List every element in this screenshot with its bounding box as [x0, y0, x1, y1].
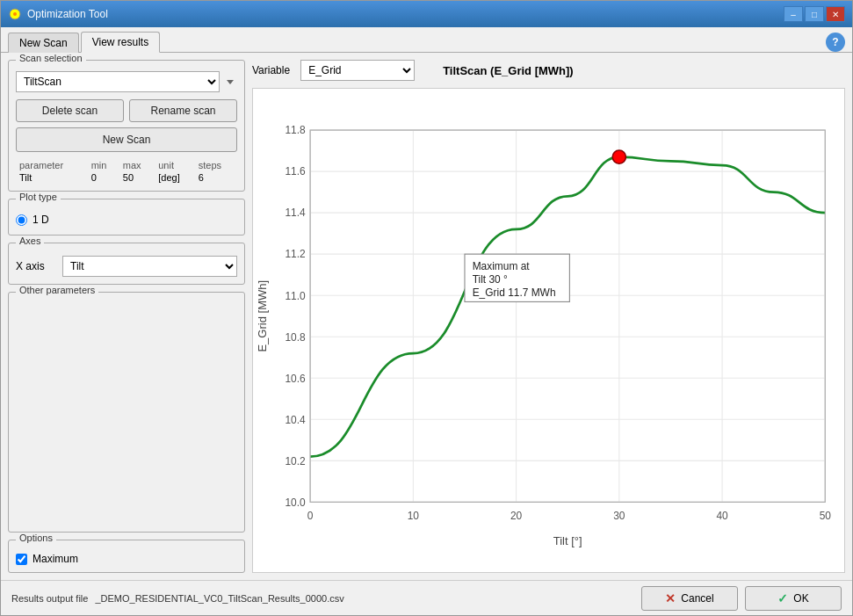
- maximum-label: Maximum: [33, 553, 78, 565]
- maximum-row: Maximum: [16, 553, 237, 565]
- svg-text:11.0: 11.0: [285, 290, 306, 302]
- svg-text:50: 50: [820, 510, 832, 522]
- svg-marker-2: [227, 80, 234, 84]
- cell-parameter: Tilt: [16, 171, 88, 184]
- x-axis-label: X axis: [16, 260, 55, 272]
- svg-text:40: 40: [716, 510, 728, 522]
- col-header-min: min: [88, 159, 119, 171]
- svg-text:E_Grid [MWh]: E_Grid [MWh]: [256, 280, 269, 352]
- svg-text:11.4: 11.4: [285, 207, 306, 219]
- svg-text:20: 20: [510, 510, 523, 522]
- chart-header: Variable E_Grid TiltScan (E_Grid [MWh]): [252, 60, 845, 81]
- col-header-parameter: parameter: [16, 159, 88, 171]
- svg-text:Tilt [°]: Tilt [°]: [553, 534, 582, 547]
- output-file-path: _DEMO_RESIDENTIAL_VC0_TiltScan_Results_0…: [95, 593, 343, 604]
- window-controls: – □ ✕: [784, 6, 845, 22]
- svg-text:11.8: 11.8: [285, 124, 306, 136]
- variable-dropdown[interactable]: E_Grid: [300, 60, 415, 81]
- svg-point-1: [13, 12, 17, 16]
- right-panel: Variable E_Grid TiltScan (E_Grid [MWh]) …: [252, 60, 845, 573]
- plot-type-group: Plot type 1 D: [8, 199, 245, 236]
- maximum-checkbox[interactable]: [16, 554, 27, 565]
- close-button[interactable]: ✕: [826, 6, 845, 22]
- variable-label: Variable: [252, 64, 290, 76]
- cancel-icon: ✕: [665, 591, 676, 605]
- main-window: Optimization Tool – □ ✕ New Scan View re…: [0, 0, 853, 616]
- chart-title: TiltScan (E_Grid [MWh]): [443, 64, 574, 77]
- svg-text:10.2: 10.2: [285, 455, 306, 467]
- svg-text:Maximum at: Maximum at: [473, 260, 531, 272]
- tabs-bar: New Scan View results ?: [1, 27, 852, 53]
- plot-type-1d-row: 1 D: [16, 212, 237, 228]
- svg-rect-3: [310, 130, 825, 502]
- svg-text:Tilt 30 °: Tilt 30 °: [473, 273, 508, 286]
- dropdown-arrow-icon: [223, 75, 237, 89]
- axes-title: Axes: [16, 236, 44, 246]
- svg-text:10.0: 10.0: [285, 496, 306, 509]
- params-table: parameter min max unit steps Tilt050[deg…: [16, 159, 237, 184]
- plot-type-1d-radio[interactable]: [16, 214, 27, 226]
- col-header-unit: unit: [155, 159, 195, 171]
- col-header-steps: steps: [195, 159, 237, 171]
- plot-type-title: Plot type: [16, 192, 61, 202]
- rename-scan-button[interactable]: Rename scan: [129, 99, 237, 122]
- col-header-max: max: [119, 159, 155, 171]
- svg-text:30: 30: [613, 510, 625, 522]
- tab-new-scan[interactable]: New Scan: [8, 33, 79, 53]
- app-icon: [8, 7, 22, 21]
- main-content: Scan selection TiltScan Delete scan Rena…: [1, 53, 852, 580]
- window-title: Optimization Tool: [27, 8, 108, 20]
- x-axis-dropdown[interactable]: Tilt: [62, 256, 237, 277]
- svg-text:0: 0: [307, 510, 314, 522]
- bottom-buttons: ✕ Cancel ✓ OK: [641, 586, 842, 611]
- other-params-group: Other parameters: [8, 292, 245, 533]
- svg-text:10: 10: [408, 510, 420, 522]
- bottom-bar: Results output file _DEMO_RESIDENTIAL_VC…: [1, 580, 852, 615]
- minimize-button[interactable]: –: [784, 6, 803, 22]
- axes-group: Axes X axis Tilt: [8, 243, 245, 285]
- svg-text:10.8: 10.8: [285, 331, 306, 344]
- scan-select-row: TiltScan: [16, 71, 237, 92]
- left-panel: Scan selection TiltScan Delete scan Rena…: [8, 60, 245, 573]
- new-scan-button[interactable]: New Scan: [16, 127, 237, 152]
- chart-svg: 10.010.210.410.610.811.011.211.411.611.8…: [253, 89, 844, 572]
- svg-text:11.6: 11.6: [285, 165, 306, 178]
- output-label: Results output file: [11, 593, 88, 604]
- svg-text:10.4: 10.4: [285, 414, 306, 426]
- title-bar: Optimization Tool – □ ✕: [1, 1, 852, 27]
- svg-text:10.6: 10.6: [285, 373, 306, 385]
- other-params-title: Other parameters: [16, 285, 98, 295]
- cell-max: 50: [119, 171, 155, 184]
- cell-steps: 6: [195, 171, 237, 184]
- ok-button[interactable]: ✓ OK: [745, 586, 842, 611]
- options-title: Options: [16, 533, 56, 543]
- svg-point-36: [612, 150, 625, 163]
- options-group: Options Maximum: [8, 540, 245, 573]
- delete-scan-button[interactable]: Delete scan: [16, 99, 124, 122]
- output-file-row: Results output file _DEMO_RESIDENTIAL_VC…: [11, 593, 344, 604]
- scan-action-buttons: Delete scan Rename scan: [16, 99, 237, 122]
- svg-text:E_Grid 11.7 MWh: E_Grid 11.7 MWh: [473, 286, 556, 299]
- ok-icon: ✓: [777, 591, 788, 605]
- ok-label: OK: [793, 592, 808, 605]
- cancel-button[interactable]: ✕ Cancel: [641, 586, 738, 611]
- title-bar-left: Optimization Tool: [8, 7, 108, 21]
- tab-view-results[interactable]: View results: [81, 32, 160, 53]
- cell-unit: [deg]: [155, 171, 195, 184]
- svg-text:11.2: 11.2: [285, 249, 306, 261]
- chart-area: 10.010.210.410.610.811.011.211.411.611.8…: [252, 88, 845, 573]
- cell-min: 0: [88, 171, 119, 184]
- help-button[interactable]: ?: [826, 33, 845, 52]
- table-row: Tilt050[deg]6: [16, 171, 237, 184]
- scan-selection-group: Scan selection TiltScan Delete scan Rena…: [8, 60, 245, 192]
- x-axis-row: X axis Tilt: [16, 256, 237, 277]
- scan-dropdown[interactable]: TiltScan: [16, 71, 220, 92]
- scan-selection-title: Scan selection: [16, 53, 86, 63]
- maximize-button[interactable]: □: [805, 6, 824, 22]
- cancel-label: Cancel: [681, 592, 713, 605]
- plot-type-1d-label: 1 D: [33, 214, 49, 226]
